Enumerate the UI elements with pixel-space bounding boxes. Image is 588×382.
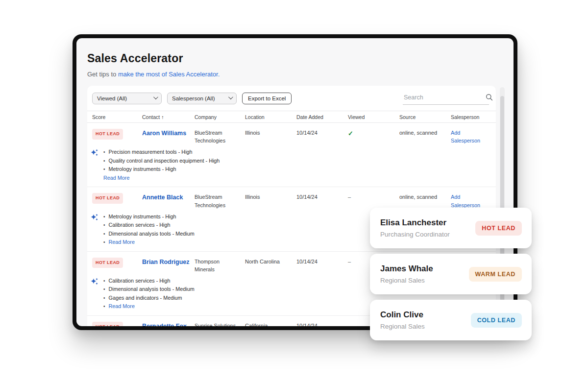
warm-lead-badge: WARM LEAD	[469, 267, 522, 282]
location-cell: Illinois	[245, 129, 296, 137]
ai-sparkle-icon	[91, 278, 99, 286]
page-subtitle: Get tips to make the most of Sales Accel…	[87, 71, 499, 78]
insight-item: Calibration services - High	[103, 277, 195, 285]
cold-lead-badge: COLD LEAD	[471, 313, 522, 328]
export-to-excel-button[interactable]: Export to Excel	[242, 93, 292, 104]
insight-item: Quality control and inspection equipment…	[103, 157, 220, 165]
insight-item: Metrology instruments - High	[103, 213, 195, 221]
company-cell: BlueStream Technologies	[195, 193, 245, 209]
lead-card[interactable]: James Whale Regional Sales WARM LEAD	[370, 254, 532, 294]
column-header-viewed[interactable]: Viewed	[348, 114, 399, 120]
company-cell: Sunrise Solutions	[195, 322, 245, 326]
insight-item: Calibration services - High	[103, 221, 195, 229]
search-field[interactable]	[403, 92, 489, 105]
score-badge: HOT LEAD	[92, 129, 123, 140]
search-icon	[486, 94, 493, 101]
score-badge: HOT LEAD	[92, 193, 123, 204]
lead-name: Elisa Lanchester	[380, 218, 450, 228]
contact-link[interactable]: Bernadette Fox	[142, 322, 195, 326]
date-added-cell: 10/14/24	[296, 322, 348, 326]
column-header-date-added[interactable]: Date Added	[296, 114, 348, 120]
chevron-down-icon	[228, 95, 233, 99]
salesperson-filter-label: Salesperson (All)	[172, 96, 215, 101]
lead-role: Regional Sales	[380, 277, 433, 284]
company-cell: BlueStream Technologies	[195, 129, 245, 144]
read-more-link[interactable]: Read More	[109, 302, 135, 310]
search-input[interactable]	[404, 94, 483, 101]
lead-name: James Whale	[380, 264, 433, 274]
insight-item: Dimensional analysis tools - Medium	[103, 285, 195, 293]
contact-link[interactable]: Aaron Williams	[142, 129, 195, 138]
score-badge: HOT LEAD	[92, 258, 123, 268]
column-header-location[interactable]: Location	[245, 114, 296, 120]
read-more-link[interactable]: Read More	[103, 174, 129, 182]
score-badge: HOT LEAD	[92, 322, 123, 326]
ai-insights: Precision measurement tools - High Quali…	[87, 144, 496, 182]
insight-item: Dimensional analysis tools - Medium	[103, 230, 195, 238]
source-cell: online, scanned	[399, 129, 451, 137]
lead-role: Purchasing Coordinator	[380, 231, 450, 238]
location-cell: North Carolina	[245, 258, 296, 266]
column-header-company[interactable]: Company	[195, 114, 245, 120]
source-cell: online, scanned	[399, 193, 451, 201]
location-cell: Illinois	[245, 193, 296, 201]
date-added-cell: 10/14/24	[296, 193, 348, 201]
column-header-salesperson[interactable]: Salesperson	[451, 114, 496, 120]
contact-link[interactable]: Brian Rodriguez	[142, 258, 195, 267]
toolbar: Viewed (All) Salesperson (All) Export to…	[87, 86, 496, 111]
viewed-check-icon: ✓	[348, 129, 399, 139]
insight-item: Precision measurement tools - High	[103, 148, 220, 156]
table-row: HOT LEAD Aaron Williams BlueStream Techn…	[87, 123, 496, 187]
chevron-down-icon	[153, 95, 158, 99]
page-header: Sales Accelerator Get tips to make the m…	[76, 38, 514, 78]
date-added-cell: 10/14/24	[296, 129, 348, 137]
contact-link[interactable]: Annette Black	[142, 193, 195, 202]
insight-list: Calibration services - High Dimensional …	[103, 277, 195, 311]
table-header-row: Score Contact↑ Company Location Date Add…	[87, 111, 496, 123]
sort-ascending-icon: ↑	[161, 114, 164, 120]
insight-item: Metrology instruments - High	[103, 165, 220, 173]
subtitle-link[interactable]: make the most of Sales Accelerator.	[118, 71, 220, 78]
viewed-cell: –	[348, 193, 399, 201]
insight-item: Gages and indicators - Medium	[103, 294, 195, 302]
column-header-source[interactable]: Source	[399, 114, 451, 120]
viewed-filter-dropdown[interactable]: Viewed (All)	[92, 93, 162, 104]
insight-list: Precision measurement tools - High Quali…	[103, 148, 220, 182]
date-added-cell: 10/14/24	[296, 258, 348, 266]
lead-role: Regional Sales	[380, 323, 425, 330]
viewed-filter-label: Viewed (All)	[97, 96, 127, 101]
lead-card[interactable]: Colin Clive Regional Sales COLD LEAD	[370, 300, 532, 340]
read-more-link[interactable]: Read More	[109, 238, 135, 246]
salesperson-filter-dropdown[interactable]: Salesperson (All)	[167, 93, 237, 104]
ai-sparkle-icon	[91, 149, 99, 157]
add-salesperson-link[interactable]: Add Salesperson	[451, 129, 496, 144]
column-header-score[interactable]: Score	[92, 114, 142, 120]
lead-card[interactable]: Elisa Lanchester Purchasing Coordinator …	[370, 208, 532, 248]
ai-sparkle-icon	[91, 214, 99, 222]
page-title: Sales Accelerator	[87, 52, 499, 65]
insight-list: Metrology instruments - High Calibration…	[103, 213, 195, 247]
column-header-contact[interactable]: Contact↑	[142, 114, 195, 120]
company-cell: Thompson Minerals	[195, 258, 245, 273]
hot-lead-badge: HOT LEAD	[475, 221, 522, 236]
subtitle-text: Get tips to	[87, 71, 118, 78]
lead-name: Colin Clive	[380, 310, 425, 320]
add-salesperson-link[interactable]: Add Salesperson	[451, 193, 496, 209]
location-cell: California	[245, 322, 296, 326]
